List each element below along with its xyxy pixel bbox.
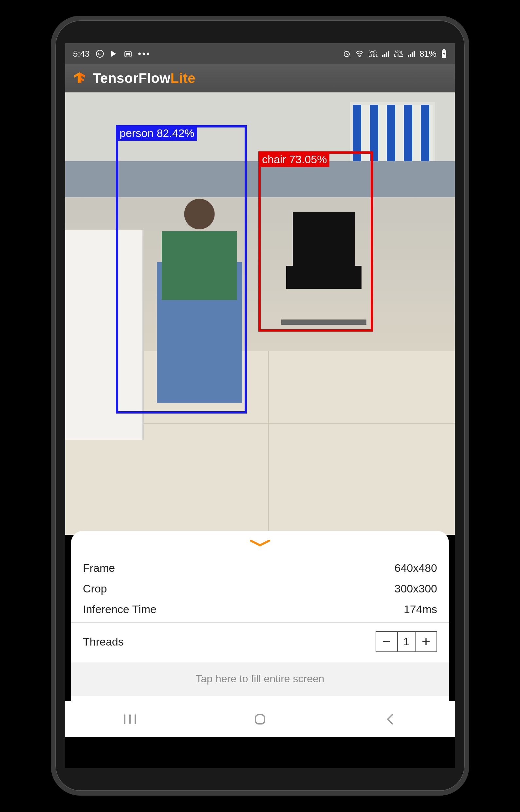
more-notifications-icon: ••• [138,49,151,59]
sheet-collapse-handle[interactable] [83,534,437,558]
nav-back-button[interactable] [379,711,401,728]
detection-box-person: person 82.42% [116,125,247,414]
whatsapp-icon [96,49,104,58]
sim1-indicator: Vo)) LTE1 [368,50,378,57]
svg-point-3 [128,53,128,54]
signal-2-icon [408,50,415,57]
threads-increment-button[interactable] [416,632,437,651]
app-title-suffix: Lite [171,70,196,86]
sim2-indicator: Vo)) LTE2 [394,50,403,57]
signal-1-icon [382,50,389,57]
wifi-icon [355,50,364,57]
crop-label: Crop [83,582,107,595]
frame-value: 640x480 [395,562,437,574]
svg-point-4 [129,53,130,54]
battery-charging-icon [441,49,447,58]
app-title-main: TensorFlow [93,70,171,86]
play-store-icon [110,50,118,58]
info-row-crop: Crop 300x300 [83,579,437,599]
android-nav-bar [65,701,455,737]
threads-label: Threads [83,635,124,648]
inference-value: 174ms [404,603,437,616]
tablet-screen: 5:43 ••• [65,43,455,768]
svg-point-0 [96,50,103,57]
svg-point-5 [126,54,127,55]
battery-percent: 81% [419,49,437,59]
status-bar: 5:43 ••• [65,43,455,64]
camera-preview[interactable]: person 82.42% chair 73.05% [65,92,455,535]
info-row-inference: Inference Time 174ms [83,599,437,620]
info-row-frame: Frame 640x480 [83,558,437,579]
alarm-icon [343,50,351,58]
svg-point-7 [129,54,130,55]
info-sheet: Frame 640x480 Crop 300x300 Inference Tim… [71,531,449,701]
svg-point-9 [359,56,360,57]
svg-point-6 [128,54,128,55]
app-title: TensorFlowLite [93,70,196,86]
threads-row: Threads 1 [83,622,437,660]
tensorflow-logo-icon [72,71,87,85]
threads-value: 1 [397,632,416,651]
app-bar: TensorFlowLite [65,64,455,92]
svg-point-2 [126,53,127,54]
inference-label: Inference Time [83,603,157,616]
crop-value: 300x300 [395,582,437,595]
nav-recents-button[interactable] [119,711,141,728]
tablet-frame: 5:43 ••• [51,16,469,796]
frame-label: Frame [83,562,115,574]
detection-label-person: person 82.42% [118,127,197,141]
svg-rect-12 [255,715,265,724]
threads-decrement-button[interactable] [376,632,397,651]
nav-home-button[interactable] [249,711,271,728]
detection-box-chair: chair 73.05% [258,151,373,331]
detection-label-chair: chair 73.05% [260,153,330,167]
svg-rect-11 [443,49,445,50]
fill-screen-hint[interactable]: Tap here to fill entire screen [71,663,449,696]
threads-stepper: 1 [375,631,437,652]
calendar-icon [124,49,132,58]
status-time: 5:43 [73,49,90,59]
